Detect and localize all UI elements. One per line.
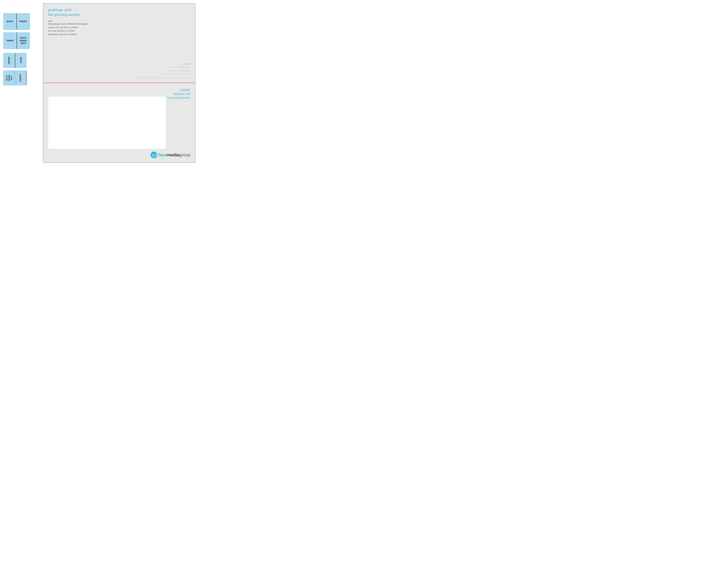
logo-area: facemediagroup bbox=[150, 151, 190, 158]
size-label: size bbox=[48, 20, 190, 22]
front-cell-1: FRONT bbox=[17, 13, 30, 30]
front-rotated-cell: FRONT bbox=[3, 53, 15, 68]
diagram-row-1: BACK FRONT bbox=[3, 13, 40, 30]
front-rotated-cell-2: FRONT bbox=[15, 71, 26, 85]
diagram-row-4: BACK INSIDE TEXT FRONT bbox=[3, 71, 40, 85]
size-section: size A6 greetings card LANDSCAPE templat… bbox=[48, 20, 190, 36]
face-media-icon bbox=[150, 151, 157, 158]
logo-text: facemediagroup bbox=[158, 152, 190, 157]
svg-point-1 bbox=[152, 154, 153, 155]
front-cell-flip: FRONT bbox=[3, 32, 17, 49]
inside-label: INSIDE greetings card the greeting secti… bbox=[167, 88, 190, 100]
svg-point-0 bbox=[150, 151, 157, 158]
bottom-half: INSIDE greetings card the greeting secti… bbox=[43, 83, 195, 162]
inside-white-box bbox=[48, 96, 166, 149]
right-panel: greetings card the greeting section size… bbox=[43, 3, 195, 163]
top-half: greetings card the greeting section size… bbox=[43, 4, 195, 83]
size-text: A6 greetings card LANDSCAPE template can… bbox=[48, 22, 190, 36]
back-rotated-cell: BACK bbox=[15, 53, 26, 68]
diagram-row-3: FRONT BACK bbox=[3, 53, 40, 68]
back-inside-rotated-cell: BACK INSIDE TEXT bbox=[3, 71, 15, 85]
back-cell-1: BACK bbox=[3, 13, 17, 30]
left-panel: BACK FRONT FRONT BACK INSIDE TEXT FRONT … bbox=[3, 3, 40, 85]
diagram-row-2: FRONT BACK INSIDE TEXT bbox=[3, 32, 40, 49]
card-title: greetings card the greeting section bbox=[48, 8, 190, 17]
back-inside-cell: BACK INSIDE TEXT bbox=[17, 32, 30, 49]
artwork-note: artwork ideally a GREETING should be the… bbox=[137, 62, 190, 80]
